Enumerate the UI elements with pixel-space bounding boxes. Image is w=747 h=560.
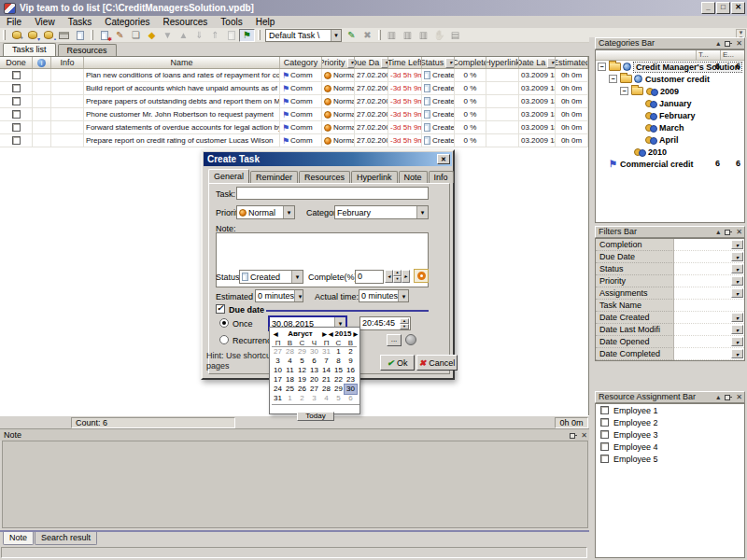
calendar-day[interactable]: 26 bbox=[296, 385, 308, 394]
col-estimated[interactable]: Estimated bbox=[556, 57, 588, 68]
unassign-icon[interactable]: ▤ bbox=[447, 29, 463, 42]
table-row[interactable]: Phone customer Mr. John Robertson to req… bbox=[0, 108, 588, 121]
done-checkbox[interactable] bbox=[12, 136, 21, 145]
col-category[interactable]: Category bbox=[280, 57, 322, 68]
calendar-day[interactable]: 4 bbox=[284, 357, 296, 366]
dropdown-icon[interactable] bbox=[731, 313, 743, 322]
filter-dropdown-icon[interactable] bbox=[381, 58, 388, 68]
tree-item-april[interactable]: April bbox=[596, 133, 744, 146]
calendar-day[interactable]: 13 bbox=[308, 366, 320, 375]
complete-reset-button[interactable] bbox=[414, 269, 429, 283]
tree-item-january[interactable]: January bbox=[596, 97, 744, 109]
calendar-day[interactable]: 19 bbox=[296, 375, 308, 385]
calendar-day[interactable]: 11 bbox=[284, 366, 296, 375]
priority-combo[interactable]: Normal bbox=[236, 205, 295, 219]
tree-item-credit-managers-solution[interactable]: Credit Manager's Solution 6 6 bbox=[596, 61, 744, 73]
recurrence-browse-button[interactable]: ... bbox=[387, 334, 402, 346]
filter-value[interactable] bbox=[674, 324, 744, 336]
collapse-icon[interactable]: ▴ bbox=[716, 228, 720, 236]
done-checkbox[interactable] bbox=[12, 110, 21, 119]
calendar-day[interactable]: 5 bbox=[296, 357, 308, 366]
save-database-icon[interactable]: ▪ bbox=[40, 29, 56, 42]
move-bottom-icon[interactable]: ⇓ bbox=[191, 29, 207, 42]
done-checkbox[interactable] bbox=[12, 71, 21, 79]
filter-dropdown-icon[interactable] bbox=[547, 58, 556, 68]
resource-bar-header[interactable]: Resource Assignment Bar ▴✕ bbox=[595, 391, 745, 403]
calendar-day[interactable]: 20 bbox=[308, 375, 320, 385]
calendar-day[interactable]: 14 bbox=[320, 366, 332, 375]
resource-checkbox[interactable] bbox=[600, 418, 609, 427]
prev-year-icon[interactable]: ◀ bbox=[329, 330, 333, 337]
done-checkbox[interactable] bbox=[12, 97, 21, 105]
menu-tasks[interactable]: Tasks bbox=[62, 17, 99, 27]
combo-arrow-icon[interactable] bbox=[416, 206, 428, 218]
dropdown-icon[interactable] bbox=[731, 240, 743, 249]
combo-arrow-icon[interactable] bbox=[291, 271, 303, 283]
task-template-combo[interactable]: Default Task \ bbox=[265, 29, 342, 42]
category-combo[interactable]: February bbox=[334, 205, 429, 219]
move-top-icon[interactable]: ⇑ bbox=[207, 29, 223, 42]
new-task-icon[interactable]: ✱ bbox=[96, 29, 112, 42]
tree-item-commercial-credit[interactable]: ⚑ Commercial credit 6 6 bbox=[596, 158, 744, 170]
due-date-checkbox[interactable] bbox=[216, 304, 225, 314]
close-icon[interactable]: ✕ bbox=[736, 393, 742, 401]
tree-item-customer-credit[interactable]: Customer credit bbox=[596, 73, 744, 85]
menu-view[interactable]: View bbox=[28, 17, 62, 27]
col-done[interactable]: Done bbox=[0, 57, 33, 68]
filter-value[interactable] bbox=[674, 251, 744, 263]
tree-item-2010[interactable]: 2010 bbox=[596, 146, 744, 158]
filter-value[interactable] bbox=[674, 348, 744, 360]
calendar-day[interactable]: 5 bbox=[332, 394, 345, 403]
toolbar-grip[interactable] bbox=[258, 30, 261, 40]
calendar-day[interactable]: 8 bbox=[332, 357, 345, 366]
spin-down-icon[interactable]: ▼ bbox=[393, 276, 402, 283]
table-row[interactable]: Plan new conditions of loans and rates o… bbox=[0, 69, 588, 82]
filter-value[interactable] bbox=[674, 336, 744, 348]
open-database-icon[interactable]: ▾ bbox=[24, 29, 40, 42]
dialog-tab-info[interactable]: Info bbox=[429, 171, 454, 183]
calendar-day[interactable]: 1 bbox=[332, 347, 345, 357]
move-down-icon[interactable]: ▼ bbox=[160, 29, 176, 42]
estimated-time-combo[interactable]: 0 minutes bbox=[255, 289, 303, 302]
resource-checkbox[interactable] bbox=[600, 455, 609, 463]
calendar-day[interactable]: 1 bbox=[284, 394, 296, 403]
tab-tasks-list[interactable]: Tasks list bbox=[3, 43, 56, 56]
dropdown-icon[interactable] bbox=[731, 349, 743, 358]
tab-search-result[interactable]: Search result bbox=[35, 532, 97, 545]
complete-flag-icon[interactable]: ⚑ bbox=[239, 29, 255, 42]
complete-input[interactable]: 0 bbox=[355, 270, 384, 284]
calendar-day[interactable]: 22 bbox=[332, 375, 345, 385]
collapse-node-icon[interactable] bbox=[620, 87, 628, 95]
dropdown-icon[interactable] bbox=[731, 276, 743, 286]
toolbar-grip[interactable] bbox=[3, 30, 6, 40]
table-row[interactable]: Build report of accounts which have unpa… bbox=[0, 82, 588, 95]
spin-right-icon[interactable]: ▸ bbox=[402, 270, 410, 283]
move-up-icon[interactable]: ▲ bbox=[176, 29, 191, 42]
dialog-close-icon[interactable]: ✕ bbox=[437, 154, 450, 164]
tree-col-tasks[interactable]: T... bbox=[696, 50, 720, 60]
clear-task-icon[interactable] bbox=[223, 29, 239, 42]
close-icon[interactable]: ✕ bbox=[736, 39, 742, 48]
done-checkbox[interactable] bbox=[12, 84, 21, 92]
dialog-tab-resources[interactable]: Resources bbox=[299, 171, 350, 183]
categories-bar-header[interactable]: Categories Bar ▴✕ bbox=[595, 37, 745, 49]
resource-item[interactable]: Employee 3 bbox=[596, 428, 744, 441]
tree-item-2009[interactable]: 2009 bbox=[596, 85, 744, 97]
print-preview-icon[interactable] bbox=[72, 29, 88, 42]
menu-resources[interactable]: Resources bbox=[157, 17, 215, 27]
calendar-day[interactable]: 25 bbox=[284, 385, 296, 394]
col-time-left[interactable]: Time Left bbox=[388, 57, 422, 68]
menu-help[interactable]: Help bbox=[249, 17, 282, 27]
calendar-day[interactable]: 10 bbox=[272, 366, 284, 375]
pin-icon[interactable] bbox=[569, 431, 577, 440]
col-priority-icon[interactable]: i bbox=[33, 57, 51, 68]
col-due-date[interactable]: Due Da bbox=[355, 57, 388, 68]
col-info[interactable]: Info bbox=[51, 57, 84, 68]
filter-value[interactable] bbox=[674, 239, 744, 251]
calendar-day[interactable]: 9 bbox=[345, 357, 357, 366]
collapse-icon[interactable]: ▴ bbox=[716, 39, 720, 48]
table-row[interactable]: Prepare papers of outstanding debts and … bbox=[0, 95, 588, 108]
calendar-day[interactable]: 21 bbox=[320, 375, 332, 385]
edit-task-icon[interactable]: ✎ bbox=[112, 29, 128, 42]
col-status[interactable]: Status bbox=[422, 57, 455, 68]
